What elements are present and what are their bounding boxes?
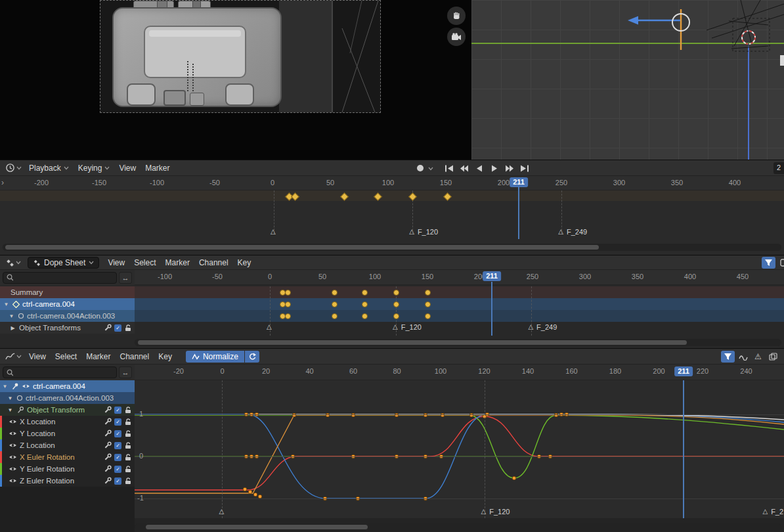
menu-keying[interactable]: Keying	[74, 160, 115, 175]
visibility-eye-icon[interactable]	[22, 383, 30, 389]
keyframe-circle[interactable]	[362, 290, 368, 296]
expand-icon[interactable]: ▼	[7, 407, 14, 413]
channel-row-object[interactable]: ▼ ctrl-camera.004	[0, 380, 135, 392]
normalize-toggle[interactable]: Normalize	[186, 351, 244, 363]
menu-channel[interactable]: Channel	[116, 349, 154, 364]
keyframe-point[interactable]	[248, 490, 252, 494]
keyframe-diamond[interactable]	[374, 192, 383, 201]
graph-hscrollbar[interactable]	[135, 523, 781, 531]
pan-hand-button[interactable]	[447, 7, 466, 25]
unlock-icon[interactable]	[124, 441, 131, 449]
unlock-icon[interactable]	[124, 430, 131, 437]
keyframe-circle[interactable]	[285, 290, 291, 296]
channel-row-z-location[interactable]: Z Location ✓	[0, 439, 135, 451]
keyframe-diamond[interactable]	[443, 192, 452, 201]
menu-marker[interactable]: Marker	[81, 349, 115, 364]
keyframe-circle[interactable]	[332, 301, 338, 307]
search-input[interactable]	[16, 368, 113, 376]
expand-icon[interactable]: ▼	[7, 395, 14, 401]
wrench-icon[interactable]	[104, 465, 112, 473]
current-frame-badge[interactable]: 211	[483, 271, 501, 281]
pin-icon[interactable]	[11, 382, 19, 390]
timeline-marker[interactable]: △F_120	[393, 323, 422, 332]
visibility-eye-icon[interactable]	[9, 477, 17, 484]
play-button[interactable]	[487, 162, 501, 174]
keyframe-circle[interactable]	[285, 313, 291, 319]
timeline-marker[interactable]: △	[267, 323, 275, 332]
wrench-icon[interactable]	[104, 418, 112, 426]
play-reverse-button[interactable]	[472, 162, 486, 174]
camera-view-button[interactable]	[447, 28, 466, 46]
current-frame-field[interactable]: 2	[773, 162, 784, 174]
editor-type-button[interactable]	[3, 351, 24, 363]
ghost-curves-button[interactable]	[736, 351, 750, 363]
menu-view[interactable]: View	[114, 160, 141, 175]
unlock-icon[interactable]	[124, 477, 131, 485]
expand-header-icon[interactable]: ›	[1, 178, 4, 187]
current-frame-line[interactable]	[491, 282, 492, 336]
keyframe-diamond[interactable]	[291, 192, 299, 201]
current-frame-line[interactable]	[518, 187, 519, 239]
dope-ruler[interactable]: -100-50050100150200250300350400450	[135, 270, 784, 285]
timeline-hscrollbar-handle[interactable]	[5, 245, 599, 250]
warning-button[interactable]: ⚠	[751, 351, 765, 363]
channel-row-y-location[interactable]: Y Location ✓	[0, 428, 135, 439]
next-keyframe-button[interactable]	[502, 162, 516, 174]
auto-normalize-button[interactable]	[245, 351, 259, 363]
timeline-ruler[interactable]: › -200-150-100-5005010015020025030035040…	[0, 176, 784, 190]
unlock-icon[interactable]	[124, 465, 131, 473]
mute-checkbox[interactable]: ✓	[114, 418, 121, 426]
menu-playback[interactable]: Playback	[24, 160, 74, 175]
unlock-icon[interactable]	[124, 406, 131, 414]
keyframe-circle[interactable]	[393, 301, 399, 307]
graph-hscrollbar-handle[interactable]	[146, 525, 368, 529]
mute-checkbox[interactable]: ✓	[114, 430, 121, 437]
fcurve[interactable]	[135, 415, 784, 493]
copy-button[interactable]	[766, 351, 780, 363]
visibility-eye-icon[interactable]	[9, 454, 17, 460]
wrench-icon[interactable]	[104, 430, 112, 437]
search-box[interactable]	[3, 366, 117, 378]
keyframe-circle[interactable]	[425, 313, 431, 319]
menu-key[interactable]: Key	[233, 255, 256, 269]
channel-row-x-euler[interactable]: X Euler Rotation ✓	[0, 451, 135, 463]
keyframe-circle[interactable]	[362, 301, 368, 307]
pin-icon[interactable]	[16, 406, 24, 414]
visibility-eye-icon[interactable]	[9, 442, 17, 449]
timeline-hscrollbar[interactable]	[3, 244, 781, 251]
keyframe-circle[interactable]	[393, 290, 399, 296]
keyframe-point[interactable]	[253, 493, 257, 497]
filter-button[interactable]	[762, 257, 775, 269]
wrench-icon[interactable]	[104, 406, 112, 414]
keyframe-circle[interactable]	[362, 313, 368, 319]
keyframe-circle[interactable]	[425, 290, 431, 296]
keyframe-diamond[interactable]	[340, 192, 349, 201]
curve-view[interactable]	[135, 380, 784, 518]
channel-row-z-euler[interactable]: Z Euler Rotation ✓	[0, 475, 135, 487]
mute-checkbox[interactable]: ✓	[114, 407, 121, 414]
mute-checkbox[interactable]: ✓	[114, 466, 121, 473]
fcurve[interactable]	[135, 416, 784, 490]
channel-row-y-euler[interactable]: Y Euler Rotation ✓	[0, 463, 135, 475]
wrench-icon[interactable]	[104, 477, 112, 485]
mute-checkbox[interactable]: ✓	[114, 454, 121, 461]
mode-select[interactable]: Dope Sheet	[28, 257, 99, 269]
visibility-eye-icon[interactable]	[9, 430, 17, 437]
filter-button[interactable]	[721, 351, 735, 363]
channel-row-group[interactable]: ▼ Object Transform ✓	[0, 404, 135, 416]
timeline-marker[interactable]: △	[219, 508, 228, 517]
timeline-marker[interactable]: △	[271, 228, 279, 237]
keyframe-point[interactable]	[258, 495, 262, 499]
keyframe-diamond[interactable]	[408, 192, 417, 201]
keyframe-circle[interactable]	[425, 301, 431, 307]
mute-checkbox[interactable]: ✓	[114, 477, 121, 485]
camera-viewport[interactable]	[0, 0, 471, 160]
editor-type-button[interactable]	[3, 162, 24, 174]
editor-type-button[interactable]	[3, 257, 24, 269]
expand-collapse-button[interactable]: ↔	[119, 366, 132, 378]
keyframe-circle[interactable]	[332, 290, 338, 296]
options-button[interactable]	[777, 257, 784, 269]
menu-channel[interactable]: Channel	[194, 255, 233, 269]
current-frame-line[interactable]	[683, 380, 684, 518]
prev-keyframe-button[interactable]	[457, 162, 471, 174]
